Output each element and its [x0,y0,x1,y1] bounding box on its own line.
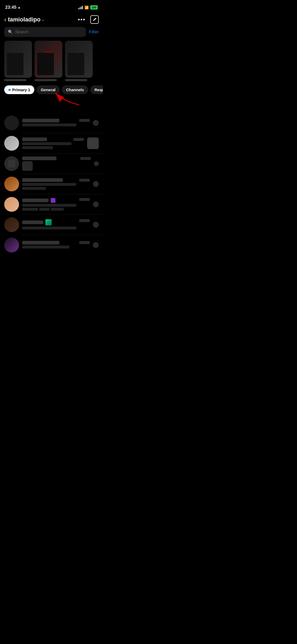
conv-time [79,179,90,182]
nav-bar: ‹ tamioladipo ⌄ ••• [0,13,103,27]
avatar [4,238,19,252]
conv-preview-2 [22,146,53,149]
conv-right [93,120,99,126]
conv-badge [93,242,99,248]
conv-name [22,220,43,224]
avatar [4,136,19,151]
status-time: 23:45 ▲ [5,5,21,10]
conv-preview [22,123,76,126]
list-item[interactable] [0,235,103,255]
conv-content [22,241,90,250]
conv-tag [51,208,64,211]
conv-content [22,198,90,211]
conv-time [79,198,90,201]
conv-name [22,157,56,160]
status-bar: 23:45 ▲ 📶 100 [0,0,103,13]
battery-icon: 100 [90,5,98,10]
search-placeholder: Search [15,30,29,34]
tab-primary-label: Primary 1 [12,88,30,92]
list-item[interactable] [0,215,103,235]
compose-icon [92,17,97,22]
story-item[interactable] [35,41,62,81]
primary-dot [8,89,11,91]
wifi-icon: 📶 [84,6,89,10]
conv-right [93,242,99,248]
compose-button[interactable] [90,15,99,24]
conv-name [22,241,59,245]
conv-name [22,119,59,122]
conv-preview [22,142,72,145]
conv-name [22,137,47,141]
conv-preview [22,183,76,186]
story-label [65,79,87,81]
conv-badge [93,222,99,228]
story-thumbnail [35,41,62,78]
story-item[interactable] [4,41,32,81]
conv-name [22,178,63,182]
back-button[interactable]: ‹ [4,16,6,23]
conv-content [22,119,90,127]
conv-right [94,161,99,166]
conv-time [80,157,91,160]
username-label: tamioladipo [8,16,40,23]
conversation-list [0,113,103,255]
list-item[interactable] [0,133,103,153]
clock: 23:45 [5,5,16,10]
location-icon: ▲ [17,6,21,9]
more-options-button[interactable]: ••• [78,16,86,23]
search-icon: 🔍 [8,30,13,34]
story-label [35,79,57,81]
avatar [4,156,19,171]
conv-media-small [22,161,33,171]
dropdown-chevron-icon: ⌄ [41,17,45,22]
conv-emoji [45,219,52,226]
conv-preview [22,246,69,249]
conv-content [22,137,84,149]
search-bar-container: 🔍 Search Filter [0,27,103,41]
conv-tag [22,208,38,211]
conv-badge [93,201,99,207]
conv-content [22,219,90,231]
annotation-container [0,98,103,113]
nav-right: ••• [78,15,99,24]
conv-time [79,241,90,244]
conv-preview [22,227,76,229]
conv-right [93,222,99,228]
search-bar[interactable]: 🔍 Search [4,27,86,37]
conv-time [73,138,84,141]
conv-badge [93,120,99,126]
conv-right [93,181,99,187]
tab-requests-label: Requests [95,88,103,92]
list-item[interactable] [0,194,103,214]
avatar [4,116,19,130]
conv-content [22,157,91,171]
annotation-arrow [42,90,95,106]
conv-time [79,119,90,122]
story-thumbnail [65,41,93,78]
conv-badge [94,161,99,166]
status-icons: 📶 100 [78,5,98,10]
tab-primary[interactable]: Primary 1 [4,85,34,94]
avatar [4,177,19,191]
conv-emoji [51,198,55,203]
story-label [4,79,26,81]
conv-preview-2 [22,187,46,190]
nav-left: ‹ tamioladipo ⌄ [4,16,45,23]
filter-button[interactable]: Filter [89,29,99,35]
conv-media [87,137,99,149]
conv-content [22,178,90,190]
list-item[interactable] [0,174,103,194]
list-item[interactable] [0,113,103,133]
story-item[interactable] [65,41,93,81]
list-item[interactable] [0,154,103,174]
conv-right [87,137,99,149]
conv-name [22,199,49,202]
signal-icon [78,6,83,9]
stories-row [0,41,103,85]
conv-right [93,201,99,207]
conv-time [79,219,90,222]
conv-badge [93,181,99,187]
avatar [4,217,19,232]
conv-preview [22,204,76,207]
account-title[interactable]: tamioladipo ⌄ [8,16,45,23]
